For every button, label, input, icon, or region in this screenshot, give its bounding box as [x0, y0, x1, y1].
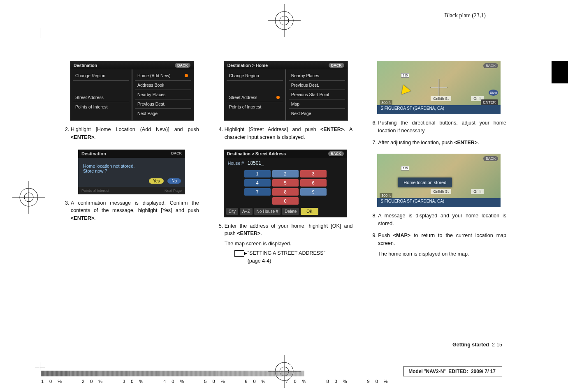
dlg-foot-poi: Points of Interest [81, 189, 109, 193]
xref-page: (page 4-4) [248, 258, 271, 264]
density-bar [41, 371, 304, 376]
dlg-back[interactable]: BACK [171, 151, 182, 156]
registration-target-left [12, 181, 45, 214]
kp-title: Destination > Street Address [227, 151, 286, 156]
step-4: Highlight [Street Address] and push <ENT… [225, 126, 353, 141]
nearby-places[interactable]: Nearby Places [135, 90, 191, 99]
map-item[interactable]: Map [289, 99, 345, 109]
house-value[interactable]: 18501_ [248, 160, 264, 166]
highlight-dot-icon [276, 96, 280, 99]
key-4[interactable]: 4 [244, 179, 271, 187]
key-8[interactable]: 8 [272, 188, 299, 196]
route-shield-icon: 110 [401, 73, 409, 81]
az-button[interactable]: A−Z [240, 208, 253, 215]
column-3: BACK 110 Slow Griffith St Griffi ENTER 3… [369, 58, 506, 347]
key-1[interactable]: 1 [244, 170, 271, 178]
previous-dest[interactable]: Previous Dest. [135, 99, 191, 109]
steps-list: Pushing the directional buttons, adjust … [369, 119, 506, 150]
dlg-foot-next: Next Page [165, 189, 182, 193]
screenshot-destination-home: Destination > Home BACK Change Region St… [224, 61, 348, 121]
cross-reference: "SETTING A STREET ADDRESS" (page 4-4) [234, 249, 353, 265]
black-side-tab [552, 61, 568, 83]
step-3: A confirmation message is displayed. Con… [71, 199, 199, 222]
step-9-note: The home icon is displayed on the map. [378, 250, 506, 258]
nearby-places[interactable]: Nearby Places [289, 71, 345, 81]
route-shield-icon: 110 [401, 166, 409, 174]
no-house-button[interactable]: No House # [254, 208, 281, 215]
dlg-line2: Store now ? [83, 168, 180, 173]
cross-reference-icon [234, 250, 244, 257]
steps-list: Highlight [Street Address] and push <ENT… [216, 126, 353, 145]
steps-list: A confirmation message is displayed. Con… [62, 199, 199, 226]
screenshot-keypad: Destination > Street Address BACK House … [224, 150, 347, 217]
back-button[interactable]: BACK [175, 63, 190, 68]
previous-start-point[interactable]: Previous Start Point [289, 90, 345, 99]
next-page[interactable]: Next Page [135, 109, 191, 118]
crosshair-icon [431, 79, 447, 96]
previous-dest[interactable]: Previous Dest. [289, 81, 345, 90]
step-5-note: The map screen is displayed. [225, 240, 353, 248]
change-region[interactable]: Change Region [227, 71, 283, 81]
status-bar: S FIGUEROA ST (GARDENA, CA) [377, 198, 501, 207]
screenshot-destination: Destination BACK Change Region Street Ad… [70, 61, 194, 121]
yes-button[interactable]: Yes [149, 178, 164, 184]
key-7[interactable]: 7 [244, 188, 271, 196]
page-footer-section: Getting started 2-15 [452, 342, 502, 348]
step-2: Highlight [Home Location (Add New)] and … [71, 126, 199, 141]
city-button[interactable]: City [226, 208, 238, 215]
crop-mark [40, 28, 40, 38]
step-9: Push <MAP> to return to the current loca… [378, 232, 506, 258]
step-5: Enter the address of your home, highligh… [225, 222, 353, 265]
key-5[interactable]: 5 [272, 179, 299, 187]
registration-target-top [268, 4, 301, 37]
points-of-interest[interactable]: Points of Interest [227, 102, 283, 111]
ok-button[interactable]: OK [301, 208, 318, 215]
street-label: Griffith St [431, 189, 451, 194]
next-page[interactable]: Next Page [289, 109, 345, 118]
back-button[interactable]: BACK [483, 156, 498, 161]
back-button[interactable]: BACK [328, 151, 344, 156]
steps-list: Highlight [Home Location (Add New)] and … [62, 126, 199, 145]
street-address[interactable]: Street Address [227, 93, 283, 102]
density-labels: 10% 20% 30% 40% 50% 60% 70% 80% 90% [41, 379, 394, 384]
dlg-line1: Home location not stored. [83, 164, 180, 168]
ss-title: Destination [74, 63, 97, 68]
crop-mark [40, 362, 40, 372]
model-edited-box: Model "NAV2-N" EDITED: 2009/ 7/ 17 [403, 367, 502, 376]
step-7: After adjusting the location, push <ENTE… [378, 139, 506, 147]
home-add-new[interactable]: Home (Add New) [135, 71, 191, 81]
steps-list: A message is displayed and your home loc… [369, 212, 506, 262]
slow-button[interactable]: Slow [489, 90, 498, 96]
street-label: Griffi [471, 189, 484, 194]
no-button[interactable]: No [167, 178, 181, 184]
key-9[interactable]: 9 [300, 188, 327, 196]
status-bar: S FIGUEROA ST (GARDENA, CA) [377, 105, 501, 114]
street-address[interactable]: Street Address [73, 93, 129, 102]
screenshot-map-stored: BACK 110 Home location stored Griffith S… [377, 154, 501, 207]
step-8: A message is displayed and your home loc… [378, 212, 506, 228]
keypad-grid: 1 2 3 4 5 6 7 8 9 0 [224, 168, 347, 206]
screenshot-map-adjust: BACK 110 Slow Griffith St Griffi ENTER 3… [377, 61, 501, 114]
column-2: Destination > Home BACK Change Region St… [216, 58, 353, 347]
key-2[interactable]: 2 [272, 170, 299, 178]
xref-title: "SETTING A STREET ADDRESS" [248, 250, 325, 256]
distance-label: 300 ft [380, 100, 392, 105]
points-of-interest[interactable]: Points of Interest [73, 102, 129, 111]
delete-button[interactable]: Delete [282, 208, 299, 215]
address-book[interactable]: Address Book [135, 81, 191, 90]
key-3[interactable]: 3 [300, 170, 327, 178]
enter-button[interactable]: ENTER [481, 99, 498, 105]
ss-title: Destination > Home [227, 63, 268, 68]
highlight-dot-icon [185, 74, 188, 77]
header-black-plate: Black plate (23,1) [444, 12, 486, 19]
back-button[interactable]: BACK [483, 63, 498, 68]
column-1: Destination BACK Change Region Street Ad… [62, 58, 199, 347]
back-button[interactable]: BACK [329, 63, 344, 68]
step-6: Pushing the directional buttons, adjust … [378, 119, 506, 135]
key-6[interactable]: 6 [300, 179, 327, 187]
change-region[interactable]: Change Region [73, 71, 129, 81]
key-0[interactable]: 0 [272, 197, 299, 205]
dlg-title: Destination [81, 151, 106, 156]
page-content: Destination BACK Change Region Street Ad… [62, 58, 506, 347]
vehicle-arrow-icon [399, 83, 411, 94]
